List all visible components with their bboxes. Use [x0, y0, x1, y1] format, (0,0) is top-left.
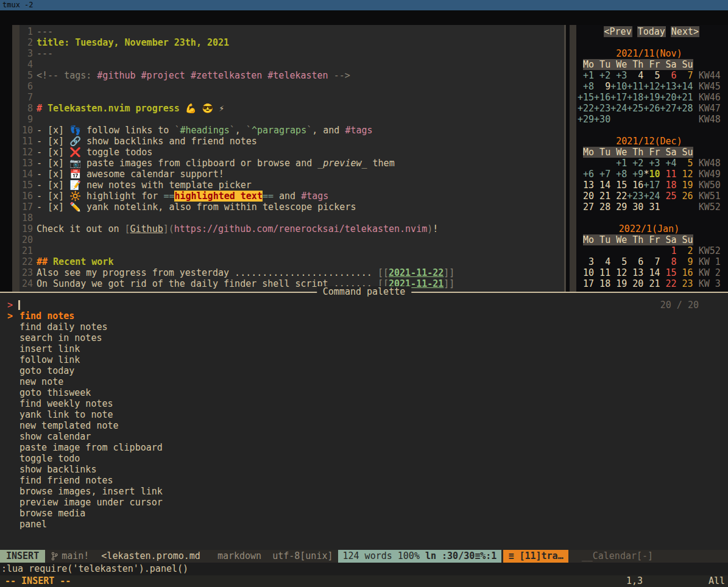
calendar-day[interactable]: +4 — [660, 158, 676, 169]
palette-item[interactable]: toggle todo — [0, 453, 728, 464]
calendar-day[interactable]: 12 — [610, 267, 627, 278]
calendar-day[interactable]: +13 — [660, 81, 676, 92]
calendar-day[interactable]: 22 — [660, 278, 676, 289]
window-separator[interactable] — [564, 25, 566, 292]
calendar-day[interactable]: +26 — [643, 103, 660, 114]
palette-item[interactable]: panel — [0, 519, 728, 530]
palette-item[interactable]: follow link — [0, 354, 728, 365]
calendar-window[interactable]: <Prev Today Next> 2021/11(Nov) Mo Tu We … — [567, 25, 728, 292]
calendar-day[interactable]: 4 — [594, 256, 610, 267]
calendar-day[interactable]: 18 — [594, 278, 610, 289]
calendar-day[interactable]: 14 — [643, 267, 660, 278]
date-link[interactable]: 2021-11-22 — [389, 267, 444, 278]
palette-item[interactable]: new templated note — [0, 420, 728, 431]
palette-item[interactable]: browse images, insert link — [0, 486, 728, 497]
calendar-day[interactable]: +24 — [610, 103, 627, 114]
calendar-day[interactable]: +17 — [643, 180, 660, 191]
filename-label[interactable]: <lekasten.promo.md — [101, 550, 200, 563]
token-link[interactable]: Github — [130, 223, 163, 234]
calendar-day[interactable]: 20 — [627, 278, 643, 289]
palette-item[interactable]: show backlinks — [0, 464, 728, 475]
calendar-day[interactable]: +22 — [578, 103, 594, 114]
calendar-day[interactable]: +10 — [610, 81, 627, 92]
calendar-day[interactable]: 11 — [660, 169, 676, 180]
calendar-day[interactable]: +23 — [627, 191, 643, 202]
calendar-day[interactable]: +21 — [677, 92, 693, 103]
calendar-day[interactable]: 23 — [677, 278, 693, 289]
editor-window[interactable]: 1---2title: Tuesday, November 23th, 2021… — [12, 25, 565, 292]
calendar-day[interactable]: 3 — [578, 256, 594, 267]
calendar-day[interactable]: +1 — [578, 70, 594, 81]
calendar-day[interactable]: 10 — [578, 267, 594, 278]
calendar-day[interactable]: +14 — [677, 81, 693, 92]
palette-item[interactable]: search in notes — [0, 332, 728, 343]
palette-item[interactable]: goto today — [0, 365, 728, 376]
calendar-day[interactable]: 16 — [677, 267, 693, 278]
calendar-day[interactable]: 16 — [627, 180, 643, 191]
calendar-day[interactable]: 25 — [660, 191, 676, 202]
calendar-day[interactable]: 9 — [594, 81, 610, 92]
calendar-day[interactable]: 5 — [643, 70, 660, 81]
calendar-day[interactable]: 19 — [610, 278, 627, 289]
palette-item[interactable]: insert link — [0, 343, 728, 354]
calendar-day[interactable]: +25 — [627, 103, 643, 114]
calendar-day[interactable]: 17 — [578, 278, 594, 289]
calendar-day[interactable]: 13 — [578, 180, 594, 191]
inactive-statusline-calendar[interactable]: __Calendar[-] — [582, 550, 653, 563]
calendar-day[interactable]: 6 — [627, 256, 643, 267]
calendar-day[interactable]: +23 — [594, 103, 610, 114]
palette-item[interactable]: find daily notes — [0, 322, 728, 332]
calendar-day[interactable]: 7 — [677, 70, 693, 81]
calendar-day[interactable]: 15 — [610, 180, 627, 191]
calendar-day[interactable]: +3 — [610, 70, 627, 81]
calendar-day[interactable]: 5 — [610, 256, 627, 267]
calendar-day[interactable]: +18 — [627, 92, 643, 103]
command-palette[interactable]: Command palette > 20 / 20 >find notesfin… — [0, 292, 728, 560]
calendar-day[interactable]: +2 — [627, 158, 643, 169]
calendar-day[interactable]: 29 — [610, 202, 627, 213]
url-link[interactable]: https://github.com/renerocksai/telekaste… — [174, 223, 427, 234]
palette-item[interactable]: preview image under cursor — [0, 497, 728, 508]
calendar-day[interactable]: 31 — [643, 202, 660, 213]
calendar-day[interactable]: +30 — [594, 114, 610, 125]
calendar-day[interactable]: 27 — [578, 202, 594, 213]
palette-item[interactable]: yank link to note — [0, 409, 728, 420]
calendar-day[interactable]: +19 — [643, 92, 660, 103]
calendar-day[interactable]: 28 — [594, 202, 610, 213]
calendar-day[interactable]: 4 — [627, 70, 643, 81]
calendar-day[interactable]: 12 — [677, 169, 693, 180]
calendar-day[interactable]: 18 — [660, 180, 676, 191]
calendar-next-button[interactable]: Next> — [671, 26, 699, 37]
calendar-day[interactable]: 15 — [660, 267, 676, 278]
calendar-day[interactable]: 5 — [677, 158, 693, 169]
calendar-day[interactable]: +15 — [578, 92, 594, 103]
calendar-day[interactable]: +9 — [627, 169, 643, 180]
calendar-day[interactable]: 1 — [660, 245, 676, 256]
palette-item[interactable]: goto thisweek — [0, 387, 728, 398]
calendar-day[interactable]: 11 — [594, 267, 610, 278]
calendar-day[interactable]: 30 — [627, 202, 643, 213]
calendar-day[interactable]: 2 — [677, 245, 693, 256]
calendar-day[interactable]: +8 — [610, 169, 627, 180]
calendar-day[interactable]: 22 — [610, 191, 627, 202]
calendar-day[interactable]: +17 — [610, 92, 627, 103]
palette-prompt-row[interactable]: > 20 / 20 — [0, 300, 728, 311]
calendar-day[interactable]: +11 — [627, 81, 643, 92]
calendar-day[interactable]: 19 — [677, 180, 693, 191]
calendar-day[interactable]: 9 — [677, 256, 693, 267]
palette-item[interactable]: find friend notes — [0, 475, 728, 486]
calendar-day[interactable]: 21 — [594, 191, 610, 202]
calendar-day[interactable]: 8 — [660, 256, 676, 267]
calendar-day[interactable]: +2 — [594, 70, 610, 81]
calendar-day[interactable]: +27 — [660, 103, 676, 114]
palette-item[interactable]: browse media — [0, 508, 728, 519]
palette-item[interactable]: show calendar — [0, 431, 728, 442]
calendar-day[interactable]: +24 — [643, 191, 660, 202]
calendar-day[interactable]: +7 — [594, 169, 610, 180]
calendar-day[interactable]: +6 — [578, 169, 594, 180]
calendar-prev-button[interactable]: <Prev — [604, 26, 632, 37]
calendar-day[interactable]: 20 — [578, 191, 594, 202]
calendar-day[interactable]: +29 — [578, 114, 594, 125]
calendar-day-today[interactable]: 10 — [649, 169, 660, 180]
calendar-day[interactable]: 7 — [643, 256, 660, 267]
